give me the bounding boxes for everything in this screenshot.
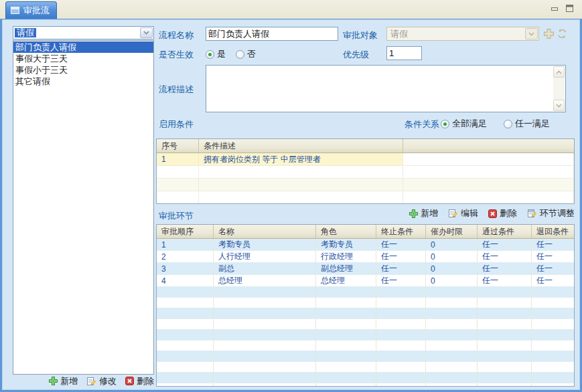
- table-cell: 任一: [478, 263, 532, 275]
- table-cell: [376, 373, 426, 383]
- step-delete-label: 删除: [500, 207, 517, 219]
- table-cell: [426, 287, 478, 298]
- column-header[interactable]: 条件描述: [199, 139, 403, 153]
- step-edit-button[interactable]: 编辑: [448, 207, 478, 219]
- relation-all-label: 全部满足: [452, 118, 487, 130]
- table-cell: 总经理: [316, 275, 376, 287]
- table-cell: 1: [157, 239, 214, 251]
- table-row[interactable]: 2人行经理行政经理任一0任一任一: [157, 251, 575, 263]
- effective-yes-radio[interactable]: 是: [206, 48, 226, 60]
- relation-any-radio[interactable]: 任一满足: [504, 118, 550, 130]
- flow-modify-button[interactable]: 修改: [86, 375, 117, 387]
- priority-input[interactable]: [386, 46, 422, 60]
- column-header[interactable]: 序号: [157, 139, 199, 153]
- flow-description-textarea[interactable]: [206, 65, 566, 112]
- description-scrollbar[interactable]: [553, 66, 565, 111]
- table-cell: 行政经理: [316, 251, 376, 263]
- flow-category-combobox[interactable]: 请假: [13, 26, 154, 39]
- list-item[interactable]: 部门负责人请假: [13, 41, 153, 53]
- table-cell: 4: [157, 275, 214, 287]
- minimize-icon[interactable]: [551, 5, 559, 13]
- table-cell: [532, 330, 575, 340]
- table-cell: [157, 191, 199, 204]
- table-row[interactable]: 1拥有者岗位类别 等于 中层管理者: [157, 153, 574, 166]
- table-cell: [376, 351, 426, 362]
- steps-table[interactable]: 审批顺序名称角色终止条件催办时限通过条件退回条件 1考勤专员考勤专员任一0任一任…: [157, 225, 575, 387]
- step-adjust-button[interactable]: 环节调整: [527, 207, 575, 219]
- table-cell: [376, 340, 426, 351]
- step-adjust-label: 环节调整: [540, 207, 575, 219]
- column-header[interactable]: 退回条件: [532, 225, 575, 239]
- add-icon: [49, 377, 58, 385]
- table-cell: [532, 298, 575, 308]
- scroll-down-button[interactable]: [553, 100, 565, 111]
- table-cell: [478, 319, 532, 330]
- table-cell: 考勤专员: [214, 239, 316, 251]
- table-cell: [426, 383, 478, 387]
- step-delete-button[interactable]: 删除: [488, 207, 517, 219]
- table-cell: [532, 319, 575, 330]
- table-cell: [376, 362, 426, 373]
- flow-delete-label: 删除: [137, 375, 154, 387]
- column-header[interactable]: 通过条件: [478, 225, 532, 239]
- table-cell: [532, 383, 575, 387]
- flow-name-input[interactable]: [206, 27, 338, 41]
- relation-all-radio[interactable]: 全部满足: [441, 118, 487, 130]
- priority-label: 优先级: [343, 49, 369, 61]
- table-cell: 0: [426, 251, 478, 263]
- column-header[interactable]: 名称: [214, 225, 316, 239]
- flow-listbox[interactable]: 部门负责人请假事假大于三天事假小于三天其它请假: [13, 40, 154, 375]
- adjust-icon: [527, 209, 537, 218]
- table-cell: 3: [157, 263, 214, 275]
- table-cell: [316, 373, 376, 383]
- table-cell: [403, 191, 574, 204]
- table-row[interactable]: 1考勤专员考勤专员任一0任一任一: [157, 239, 575, 251]
- list-item[interactable]: 其它请假: [13, 76, 153, 87]
- column-header[interactable]: 审批顺序: [157, 225, 214, 239]
- table-cell: [316, 362, 376, 373]
- list-item[interactable]: 事假大于三天: [13, 53, 153, 64]
- tab-approval-flow[interactable]: 审批流: [5, 1, 57, 19]
- table-cell: 1: [157, 153, 199, 166]
- table-row[interactable]: 3副总副总经理任一0任一任一: [157, 263, 575, 275]
- column-header[interactable]: 角色: [316, 225, 376, 239]
- column-header[interactable]: [403, 139, 574, 153]
- table-row[interactable]: 4总经理总经理任一0任一任一: [157, 275, 575, 287]
- table-cell: [376, 298, 426, 308]
- table-cell: [214, 362, 316, 373]
- steps-header-row: 审批顺序名称角色终止条件催办时限通过条件退回条件: [157, 225, 575, 239]
- table-cell: [214, 383, 316, 387]
- steps-table-container: 审批顺序名称角色终止条件催办时限通过条件退回条件 1考勤专员考勤专员任一0任一任…: [156, 224, 575, 387]
- table-cell: [403, 204, 574, 205]
- table-cell: [376, 287, 426, 298]
- radio-dot: [441, 120, 449, 128]
- is-effective-label: 是否生效: [159, 49, 194, 61]
- flow-add-button[interactable]: 新增: [49, 375, 78, 387]
- table-cell: [157, 298, 214, 308]
- table-cell: 任一: [376, 263, 426, 275]
- flow-category-dropdown-button[interactable]: [140, 27, 153, 38]
- flow-delete-button[interactable]: 删除: [125, 375, 154, 387]
- maximize-icon[interactable]: [565, 4, 574, 13]
- column-header[interactable]: 催办时限: [426, 225, 478, 239]
- table-cell: 副总经理: [316, 263, 376, 275]
- table-row-empty: [157, 330, 575, 340]
- table-row-empty: [157, 340, 575, 351]
- effective-no-radio[interactable]: 否: [236, 48, 256, 60]
- chevron-up-icon: [556, 70, 562, 74]
- table-cell: [532, 308, 575, 319]
- table-cell: 任一: [532, 263, 575, 275]
- edit-icon: [448, 209, 458, 218]
- step-add-button[interactable]: 新增: [409, 207, 438, 219]
- flow-list-toolbar: 新增 修改 删除: [13, 374, 154, 388]
- steps-section-label: 审批环节: [159, 210, 194, 222]
- scroll-up-button[interactable]: [553, 66, 565, 78]
- table-cell: [157, 179, 199, 191]
- table-row-empty: [157, 383, 575, 387]
- approval-flow-window: 审批流 请假 部门负责人请假事假大于三天事假小于三天其它请假: [0, 0, 582, 392]
- column-header[interactable]: 终止条件: [376, 225, 426, 239]
- conditions-table[interactable]: 序号条件描述 1拥有者岗位类别 等于 中层管理者: [157, 139, 574, 204]
- enable-condition-label: 启用条件: [159, 118, 194, 130]
- list-item[interactable]: 事假小于三天: [13, 64, 153, 76]
- table-cell: 任一: [478, 275, 532, 287]
